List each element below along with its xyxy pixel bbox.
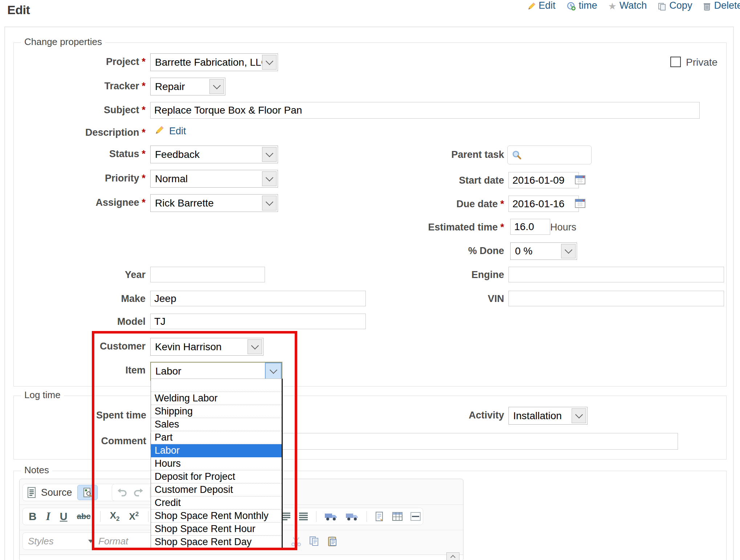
priority-select[interactable]: Normal [150, 170, 278, 188]
star-icon: ★ [608, 1, 617, 11]
log-time-action-link[interactable]: Log time [567, 0, 597, 11]
trash-icon [703, 2, 711, 11]
assignee-label: Assignee* [26, 197, 146, 208]
priority-label: Priority* [26, 173, 146, 184]
subject-input[interactable]: Replace Torque Box & Floor Pan [150, 102, 700, 119]
strikethrough-button[interactable]: abc [77, 512, 91, 521]
issue-edit-page: Edit Log time ★ Watch Copy Delete Edit [0, 0, 740, 560]
estimated-time-input[interactable]: 16.0 [510, 219, 550, 235]
vin-label: VIN [384, 293, 504, 304]
chevron-down-icon[interactable] [262, 147, 277, 162]
copy-action-link[interactable]: Copy [658, 0, 692, 11]
table-icon[interactable] [392, 512, 402, 521]
italic-button[interactable]: I [46, 510, 50, 523]
model-label: Model [26, 316, 146, 327]
truck-icon[interactable] [346, 512, 359, 521]
make-input[interactable]: Jeep [150, 291, 366, 306]
status-label: Status* [26, 148, 146, 160]
clipboard-toolbar-buttons [291, 532, 338, 550]
toolbar-separator [367, 511, 367, 522]
parent-task-input[interactable] [507, 146, 592, 164]
project-label: Project* [26, 56, 146, 68]
copy-doc-icon[interactable] [309, 536, 319, 546]
calendar-icon[interactable] [575, 175, 586, 185]
chevron-down-icon[interactable] [209, 79, 224, 94]
calendar-icon[interactable] [575, 198, 586, 208]
collapse-toolbar-icon[interactable] [446, 552, 459, 560]
private-label: Private [686, 57, 717, 68]
page-title: Edit [7, 3, 30, 17]
private-checkbox[interactable] [670, 57, 681, 67]
watch-action-link[interactable]: ★ Watch [608, 0, 647, 11]
styles-dropdown[interactable]: Styles [23, 532, 99, 550]
search-icon [511, 150, 522, 160]
block-toolbar-buttons [281, 508, 421, 525]
tracker-select[interactable]: Repair [150, 78, 225, 95]
chevron-down-icon[interactable] [262, 171, 277, 186]
due-date-input[interactable]: 2016-01-16 [508, 196, 579, 212]
chevron-down-icon[interactable] [561, 244, 576, 258]
percent-done-select[interactable]: 0 % [510, 242, 577, 260]
tracker-label: Tracker* [26, 81, 146, 92]
description-label: Description* [26, 127, 146, 138]
justify-icon[interactable] [299, 512, 308, 521]
notes-legend: Notes [21, 465, 52, 476]
paste-icon[interactable] [327, 536, 338, 546]
truck-icon[interactable] [324, 512, 338, 521]
toolbar-separator [316, 511, 316, 522]
pencil-icon [154, 126, 164, 135]
start-date-input[interactable]: 2016-01-09 [508, 172, 579, 188]
editor-content-area[interactable] [20, 555, 463, 560]
clock-add-icon [567, 1, 576, 11]
model-input[interactable]: TJ [150, 314, 366, 329]
source-icon [27, 487, 36, 498]
due-date-label: Due date* [384, 199, 504, 210]
estimated-time-unit: Hours [550, 222, 576, 233]
percent-done-label: % Done [384, 245, 504, 257]
change-properties-legend: Change properties [21, 36, 105, 48]
paste-page-icon[interactable] [375, 511, 384, 522]
log-time-legend: Log time [21, 389, 64, 401]
start-date-label: Start date [384, 175, 504, 186]
delete-action-link[interactable]: Delete [703, 0, 740, 11]
year-label: Year [26, 269, 146, 281]
subject-label: Subject* [26, 105, 146, 116]
source-button[interactable]: Source [41, 487, 72, 498]
edit-action-link[interactable]: Edit [527, 0, 556, 11]
assignee-select[interactable]: Rick Barrette [150, 194, 278, 212]
annotation-highlight-box [92, 331, 297, 550]
chevron-down-icon[interactable] [572, 408, 586, 423]
parent-task-label: Parent task [384, 149, 504, 160]
project-select[interactable]: Barrette Fabrication, LLC [150, 53, 278, 71]
activity-label: Activity [384, 410, 504, 421]
description-edit-link[interactable]: Edit [169, 126, 186, 137]
underline-button[interactable]: U [60, 511, 68, 523]
pencil-icon [527, 2, 536, 11]
engine-input[interactable] [508, 267, 724, 282]
chevron-down-icon[interactable] [262, 55, 277, 70]
issue-action-toolbar: Edit Log time ★ Watch Copy Delete [527, 0, 740, 11]
hr-icon[interactable] [410, 512, 421, 521]
activity-select[interactable]: Installation [508, 407, 588, 425]
bold-button[interactable]: B [29, 510, 37, 523]
make-label: Make [26, 293, 146, 304]
preview-icon [83, 487, 92, 498]
year-input[interactable] [150, 267, 265, 282]
engine-label: Engine [384, 269, 504, 281]
vin-input[interactable] [508, 291, 724, 306]
status-select[interactable]: Feedback [150, 146, 278, 163]
estimated-time-label: Estimated time* [384, 222, 504, 233]
copy-icon [658, 2, 666, 11]
chevron-down-icon[interactable] [262, 196, 277, 210]
